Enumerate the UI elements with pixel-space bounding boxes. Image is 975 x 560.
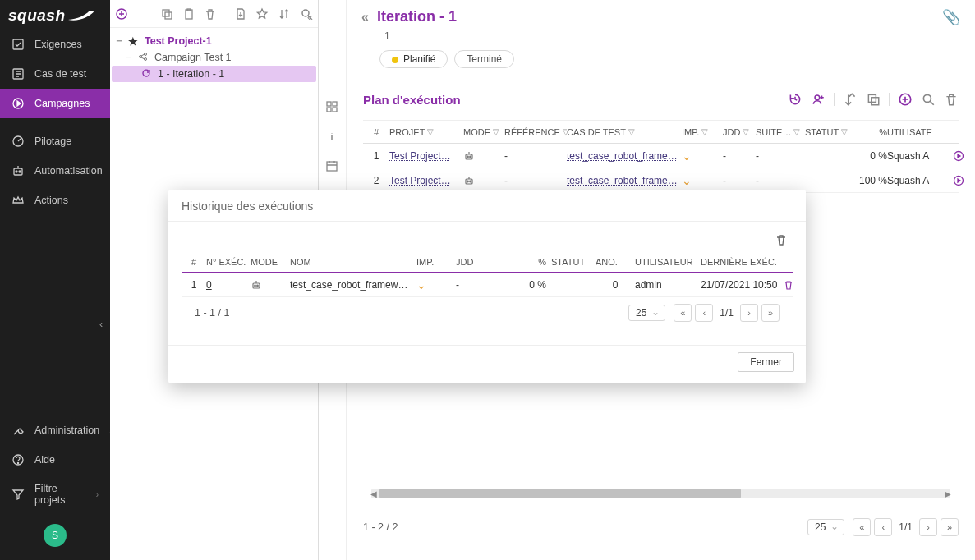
col-num[interactable]: # <box>363 127 389 137</box>
tree-toolbar <box>110 0 318 28</box>
svg-rect-10 <box>163 10 169 16</box>
add-icon[interactable] <box>898 92 913 107</box>
filter-icon[interactable]: ▽ <box>743 127 749 136</box>
sidebar-item-exigences[interactable]: Exigences <box>0 30 110 59</box>
user-avatar[interactable]: S <box>44 524 67 547</box>
sidebar-item-aide[interactable]: Aide <box>0 445 110 475</box>
trash-icon[interactable] <box>775 233 788 246</box>
filter-icon[interactable]: ▽ <box>701 127 708 136</box>
app-logo: squash <box>0 0 110 30</box>
pill-planifie[interactable]: Planifié <box>379 50 448 68</box>
copy-icon[interactable] <box>160 7 174 21</box>
col-suite[interactable]: SUITE… ▽ <box>756 127 805 137</box>
sidebar-item-filtre-projets[interactable]: Filtre projets › <box>0 475 110 514</box>
collapse-icon[interactable]: − <box>115 35 123 47</box>
scroll-left-icon[interactable]: ◀ <box>368 489 379 498</box>
prev-page-button[interactable]: ‹ <box>695 304 713 322</box>
filter-icon[interactable]: ▽ <box>427 127 434 136</box>
mcol-exec[interactable]: N° EXÉC. <box>206 257 251 267</box>
sidebar-item-actions[interactable]: Actions <box>0 186 110 215</box>
sidebar-item-cas-de-test[interactable]: Cas de test <box>0 59 110 89</box>
mcol-jdd[interactable]: JDD <box>456 257 513 267</box>
next-page-button[interactable]: › <box>740 304 758 322</box>
modal-row[interactable]: 1 0 test_case_robot_framew… ⌄ - 0 % 0 ad… <box>182 273 793 297</box>
col-imp[interactable]: IMP. ▽ <box>682 127 723 137</box>
col-reference[interactable]: RÉFÉRENCE ▽ <box>504 127 567 137</box>
play-icon[interactable] <box>953 150 964 162</box>
pill-termine[interactable]: Terminé <box>454 50 514 68</box>
filter-icon[interactable]: ▽ <box>493 127 499 136</box>
export-icon[interactable] <box>234 7 248 21</box>
crown-icon <box>11 194 25 207</box>
mcol-user[interactable]: UTILISATEUR <box>635 257 701 267</box>
dashboard-icon[interactable] <box>325 100 340 115</box>
cell-project[interactable]: Test Project… <box>389 175 463 186</box>
next-page-button[interactable]: › <box>919 518 937 536</box>
calendar-icon[interactable] <box>325 159 340 174</box>
horizontal-scrollbar[interactable]: ◀ ▶ <box>371 489 950 498</box>
paste-icon[interactable] <box>182 7 195 21</box>
last-page-button[interactable]: » <box>941 518 959 536</box>
mcol-statut[interactable]: STATUT <box>551 257 596 267</box>
first-page-button[interactable]: « <box>674 304 692 322</box>
reorder-icon[interactable] <box>843 92 858 107</box>
page-size-select[interactable]: 25 <box>807 519 844 535</box>
sidebar-item-administration[interactable]: Administration › <box>0 415 110 445</box>
first-page-button[interactable]: « <box>853 518 871 536</box>
col-cas-de-test[interactable]: CAS DE TEST ▽ <box>567 127 682 137</box>
mcol-num[interactable]: # <box>182 257 206 267</box>
play-icon[interactable] <box>953 175 964 186</box>
col-jdd[interactable]: JDD ▽ <box>723 127 756 137</box>
sidebar-item-automatisation[interactable]: Automatisation › <box>0 156 110 186</box>
filter-icon[interactable]: ▽ <box>628 127 635 136</box>
filter-icon[interactable]: ▽ <box>841 127 848 136</box>
robot-mode-icon <box>463 175 504 186</box>
tree-project[interactable]: − ★ Test Project-1 <box>112 33 316 49</box>
col-pct[interactable]: % <box>848 127 887 137</box>
user-assign-icon[interactable] <box>811 92 826 107</box>
prev-page-button[interactable]: ‹ <box>874 518 892 536</box>
mcol-last[interactable]: DERNIÈRE EXÉC. <box>701 257 783 267</box>
mcol-mode[interactable]: MODE <box>251 257 290 267</box>
trash-icon[interactable] <box>204 7 218 21</box>
col-projet[interactable]: PROJET ▽ <box>389 127 463 137</box>
search-icon[interactable] <box>921 92 936 107</box>
scroll-right-icon[interactable]: ▶ <box>942 489 954 498</box>
back-icon[interactable]: « <box>361 10 369 25</box>
sidebar-collapse-icon[interactable]: ‹ <box>99 319 111 330</box>
trash-icon[interactable] <box>944 92 959 107</box>
collapse-icon[interactable]: − <box>125 52 133 63</box>
sidebar-item-pilotage[interactable]: Pilotage <box>0 126 110 156</box>
add-icon[interactable] <box>115 7 129 21</box>
mcol-pct[interactable]: % <box>513 257 551 267</box>
tree-campaign[interactable]: − Campaign Test 1 <box>112 49 316 66</box>
col-mode[interactable]: MODE ▽ <box>463 127 504 137</box>
sidebar-item-campagnes[interactable]: Campagnes <box>0 89 110 118</box>
col-statut[interactable]: STATUT ▽ <box>805 127 848 137</box>
attachment-icon[interactable]: 📎 <box>942 8 960 26</box>
tree-project-label[interactable]: Test Project-1 <box>145 35 212 47</box>
scroll-thumb[interactable] <box>379 489 741 498</box>
favorite-icon[interactable] <box>255 7 269 21</box>
duplicate-icon[interactable] <box>866 92 881 107</box>
modal-page-size-select[interactable]: 25 <box>628 305 665 321</box>
cell-test[interactable]: test_case_robot_frame… <box>567 150 682 162</box>
last-page-button[interactable]: » <box>761 304 780 322</box>
trash-icon[interactable] <box>783 279 807 291</box>
mcell-ano: 0 <box>596 279 635 291</box>
history-icon[interactable] <box>788 92 803 107</box>
cell-test[interactable]: test_case_robot_frame… <box>567 175 682 186</box>
mcol-nom[interactable]: NOM <box>290 257 416 267</box>
collapse-panel-icon[interactable]: « <box>307 11 322 26</box>
sort-icon[interactable] <box>278 7 292 21</box>
cell-project[interactable]: Test Project… <box>389 150 463 162</box>
mcell-exec[interactable]: 0 <box>206 279 212 291</box>
tree-iteration[interactable]: 1 - Iteration - 1 <box>112 66 316 82</box>
mcol-ano[interactable]: ANO. <box>596 257 635 267</box>
mcol-imp[interactable]: IMP. <box>416 257 456 267</box>
col-user[interactable]: UTILISATE <box>887 127 953 137</box>
plan-row[interactable]: 1 Test Project… - test_case_robot_frame…… <box>363 144 959 168</box>
close-button[interactable]: Fermer <box>738 352 794 372</box>
filter-icon[interactable]: ▽ <box>793 127 800 136</box>
info-icon[interactable] <box>325 130 340 145</box>
